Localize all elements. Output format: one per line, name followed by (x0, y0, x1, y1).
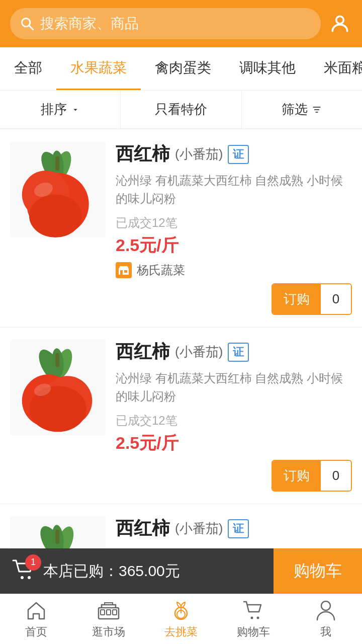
cat-grain[interactable]: 米面粮油 (310, 47, 362, 90)
market-icon (98, 599, 120, 621)
nav-shop-label: 去挑菜 (164, 624, 198, 639)
svg-point-34 (28, 576, 31, 579)
svg-rect-36 (101, 610, 105, 615)
buy-section-1: 订购 0 (116, 278, 352, 315)
svg-point-44 (321, 601, 330, 610)
category-tabs: 全部 水果蔬菜 禽肉蛋类 调味其他 米面粮油 (0, 47, 362, 91)
cat-seasoning[interactable]: 调味其他 (225, 47, 310, 90)
product-card-2: 西红柿 (小番茄) 证 沁州绿 有机蔬菜大西红柿 自然成熟 小时候的味儿闷粉 已… (0, 328, 362, 504)
product-price-1: 2.5元/斤 (116, 234, 352, 257)
nav-shop[interactable]: 去挑菜 (145, 594, 217, 644)
product-main-name-3: 西红柿 (116, 516, 170, 541)
sort-filter[interactable]: 排序 (0, 91, 121, 128)
screen-filter[interactable]: 筛选 (242, 91, 362, 128)
product-desc-1: 沁州绿 有机蔬菜大西红柿 自然成熟 小时候的味儿闷粉 (116, 172, 352, 208)
svg-point-43 (257, 616, 259, 619)
nav-cart-icon (242, 599, 264, 621)
nav-mine[interactable]: 我 (290, 594, 362, 644)
buy-btn-group-1: 订购 0 (272, 283, 352, 315)
cat-meat[interactable]: 禽肉蛋类 (141, 47, 225, 90)
home-icon (25, 599, 47, 621)
svg-point-11 (29, 195, 82, 238)
buy-count-1: 0 (321, 285, 351, 313)
svg-point-42 (251, 616, 253, 619)
filter-bar: 排序 只看特价 筛选 (0, 91, 362, 129)
buy-count-2: 0 (321, 462, 351, 490)
product-sub-name-1: (小番茄) (175, 145, 223, 163)
product-title-2: 西红柿 (小番茄) 证 (116, 340, 352, 364)
nav-mine-label: 我 (320, 624, 331, 639)
svg-rect-37 (107, 610, 111, 615)
cat-all[interactable]: 全部 (0, 47, 56, 90)
search-bar[interactable]: 搜索商家、商品 (10, 8, 321, 39)
product-sub-name-2: (小番茄) (175, 343, 223, 361)
cart-icon-wrap: 1 (12, 559, 35, 583)
product-card-1: 西红柿 (小番茄) 证 沁州绿 有机蔬菜大西红柿 自然成熟 小时候的味儿闷粉 已… (0, 130, 362, 328)
product-main-name-1: 西红柿 (116, 142, 170, 167)
product-sold-1: 已成交12笔 (116, 215, 352, 231)
product-title-3: 西红柿 (小番茄) 证 (116, 516, 352, 541)
product-info-1: 西红柿 (小番茄) 证 沁州绿 有机蔬菜大西红柿 自然成熟 小时候的味儿闷粉 已… (106, 142, 352, 315)
svg-rect-24 (55, 353, 59, 368)
vegetable-icon (170, 599, 192, 621)
svg-point-2 (336, 16, 344, 24)
cart-total: 本店已购：365.00元 (43, 561, 180, 582)
nav-cart-label: 购物车 (237, 624, 270, 639)
product-main-name-2: 西红柿 (116, 340, 170, 364)
nav-market-label: 逛市场 (92, 624, 125, 639)
svg-line-1 (29, 26, 33, 30)
product-sub-name-3: (小番茄) (175, 520, 223, 537)
bottom-nav: 首页 逛市场 去挑菜 (0, 594, 362, 644)
nav-cart[interactable]: 购物车 (217, 594, 290, 644)
special-filter[interactable]: 只看特价 (121, 91, 241, 128)
product-info-2: 西红柿 (小番茄) 证 沁州绿 有机蔬菜大西红柿 自然成熟 小时候的味儿闷粉 已… (106, 340, 352, 492)
search-placeholder: 搜索商家、商品 (40, 14, 139, 33)
cart-badge: 1 (25, 554, 41, 571)
nav-home-label: 首页 (25, 624, 47, 639)
nav-home[interactable]: 首页 (0, 594, 72, 644)
cart-bar: 1 本店已购：365.00元 购物车 (0, 548, 362, 594)
nav-market[interactable]: 逛市场 (72, 594, 145, 644)
special-label: 只看特价 (155, 101, 207, 118)
cat-fruits[interactable]: 水果蔬菜 (56, 47, 141, 90)
user-icon[interactable] (328, 12, 352, 36)
cart-info: 1 本店已购：365.00元 (0, 548, 274, 594)
filter-icon (312, 105, 322, 115)
shop-icon-1 (116, 262, 132, 278)
product-image-1 (10, 142, 106, 237)
buy-button-1[interactable]: 订购 (273, 284, 321, 314)
svg-rect-13 (55, 156, 59, 171)
buy-btn-group-2: 订购 0 (272, 460, 352, 492)
svg-rect-16 (124, 270, 127, 273)
product-desc-2: 沁州绿 有机蔬菜大西红柿 自然成熟 小时候的味儿闷粉 (116, 369, 352, 406)
sort-label: 排序 (41, 101, 67, 118)
cert-badge-3: 证 (228, 519, 249, 538)
screen-label: 筛选 (282, 101, 308, 118)
product-shop-1: 杨氏蔬菜 (116, 262, 352, 278)
product-image-2 (10, 340, 106, 435)
product-title-1: 西红柿 (小番茄) 证 (116, 142, 352, 167)
cert-badge-1: 证 (228, 145, 249, 164)
mine-icon (315, 599, 337, 621)
header: 搜索商家、商品 (0, 0, 362, 47)
svg-rect-38 (113, 610, 117, 615)
search-icon (20, 17, 34, 31)
buy-section-2: 订购 0 (116, 455, 352, 492)
svg-rect-15 (120, 270, 123, 275)
product-price-2: 2.5元/斤 (116, 432, 352, 455)
svg-rect-32 (55, 530, 59, 544)
cert-badge-2: 证 (228, 343, 249, 362)
shop-name-1: 杨氏蔬菜 (137, 262, 185, 278)
product-sold-2: 已成交12笔 (116, 413, 352, 429)
buy-button-2[interactable]: 订购 (273, 461, 321, 491)
sort-arrow-icon (71, 105, 80, 114)
svg-point-33 (21, 576, 24, 579)
cart-button[interactable]: 购物车 (274, 548, 362, 594)
